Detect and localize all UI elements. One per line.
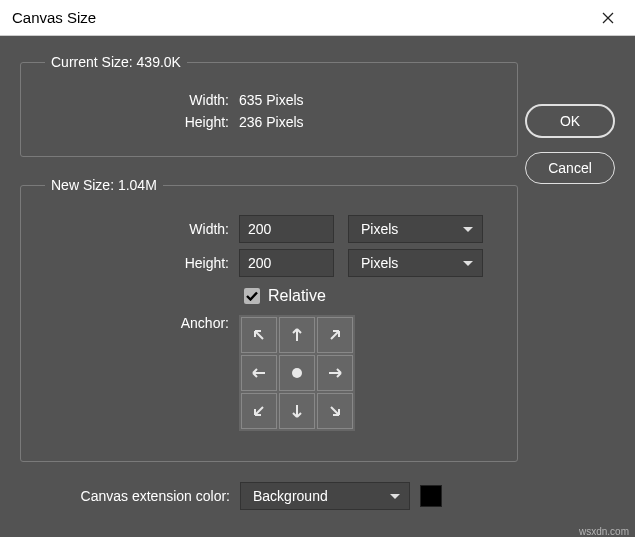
extension-color-value: Background [253, 488, 328, 504]
chevron-down-icon [462, 221, 474, 237]
new-height-input[interactable] [239, 249, 334, 277]
new-height-unit-value: Pixels [361, 255, 398, 271]
anchor-sw[interactable] [241, 393, 277, 429]
anchor-w[interactable] [241, 355, 277, 391]
new-height-unit-select[interactable]: Pixels [348, 249, 483, 277]
current-width-label: Width: [39, 92, 239, 108]
extension-color-select[interactable]: Background [240, 482, 410, 510]
dialog-title: Canvas Size [12, 9, 96, 26]
extension-color-label: Canvas extension color: [20, 488, 240, 504]
anchor-ne[interactable] [317, 317, 353, 353]
relative-label: Relative [268, 287, 326, 305]
current-height-label: Height: [39, 114, 239, 130]
ok-button[interactable]: OK [525, 104, 615, 138]
anchor-e[interactable] [317, 355, 353, 391]
new-size-legend: New Size: 1.04M [45, 177, 163, 193]
new-width-unit-value: Pixels [361, 221, 398, 237]
new-width-unit-select[interactable]: Pixels [348, 215, 483, 243]
current-width-value: 635 Pixels [239, 92, 304, 108]
new-width-label: Width: [39, 221, 239, 237]
anchor-n[interactable] [279, 317, 315, 353]
extension-color-swatch[interactable] [420, 485, 442, 507]
new-width-input[interactable] [239, 215, 334, 243]
current-size-panel: Current Size: 439.0K Width: 635 Pixels H… [20, 54, 518, 157]
close-button[interactable] [593, 0, 623, 36]
chevron-down-icon [462, 255, 474, 271]
titlebar: Canvas Size [0, 0, 635, 36]
cancel-button[interactable]: Cancel [525, 152, 615, 184]
current-height-value: 236 Pixels [239, 114, 304, 130]
chevron-down-icon [389, 488, 401, 504]
watermark: wsxdn.com [579, 526, 629, 537]
anchor-s[interactable] [279, 393, 315, 429]
anchor-se[interactable] [317, 393, 353, 429]
anchor-nw[interactable] [241, 317, 277, 353]
new-height-label: Height: [39, 255, 239, 271]
anchor-label: Anchor: [39, 315, 239, 331]
new-size-panel: New Size: 1.04M Width: Pixels Height: Pi… [20, 177, 518, 462]
relative-checkbox[interactable] [244, 288, 260, 304]
anchor-grid [239, 315, 355, 431]
current-size-legend: Current Size: 439.0K [45, 54, 187, 70]
anchor-center[interactable] [279, 355, 315, 391]
